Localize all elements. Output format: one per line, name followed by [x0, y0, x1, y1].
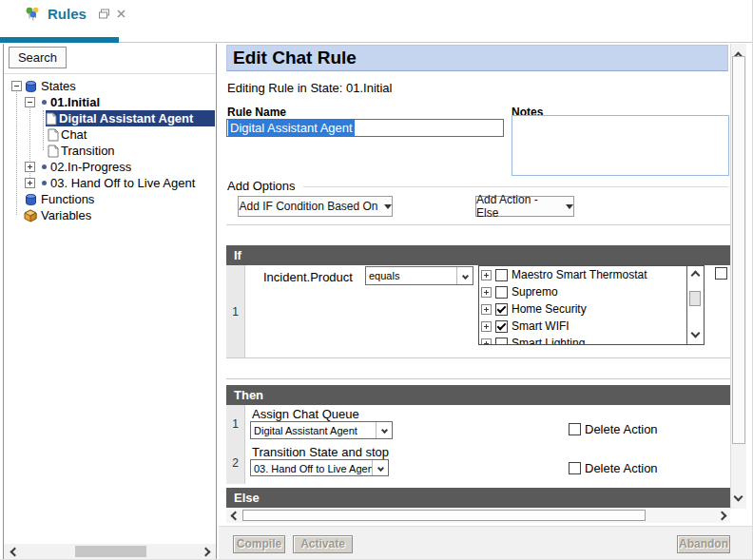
expand-icon[interactable]: [481, 321, 492, 332]
tab-bar: Rules: [0, 0, 753, 43]
product-checkbox[interactable]: [495, 338, 508, 346]
caret-down-icon: [384, 204, 392, 209]
sidebar-horizontal-scrollbar[interactable]: [4, 544, 216, 559]
tree-item-variables[interactable]: Variables: [4, 207, 215, 223]
tree-item-label: 01.Initial: [47, 95, 100, 109]
expand-icon[interactable]: [481, 287, 492, 298]
product-label: Maestro Smart Thermostat: [512, 268, 647, 281]
close-tab-icon[interactable]: [117, 10, 126, 18]
divider: [303, 186, 728, 187]
expand-icon[interactable]: [25, 178, 35, 188]
add-if-condition-label: Add IF Condition Based On: [239, 200, 377, 213]
main-horizontal-scrollbar[interactable]: [226, 509, 730, 523]
tree-item-label: Functions: [37, 192, 94, 206]
delete-action-checkbox[interactable]: [569, 462, 581, 474]
expand-icon[interactable]: [25, 162, 35, 172]
add-action-else-label: Add Action - Else: [476, 193, 560, 220]
scrollbar-thumb[interactable]: [242, 510, 646, 521]
expand-icon[interactable]: [481, 338, 492, 346]
tree-item-rule-digital-assistant[interactable]: Digital Assistant Agent: [4, 110, 215, 126]
scroll-right-arrow[interactable]: [715, 510, 728, 521]
database-icon: [25, 193, 37, 206]
tree-item-state-handoff[interactable]: 03. Hand Off to Live Agent: [4, 175, 215, 191]
condition-field-name: Incident.Product: [263, 270, 353, 284]
notes-textarea[interactable]: [512, 115, 729, 176]
collapse-icon[interactable]: [11, 81, 22, 91]
product-label: Supremo: [512, 285, 558, 299]
activate-button[interactable]: Activate: [293, 535, 353, 553]
chevron-down-icon[interactable]: [456, 267, 473, 284]
divider: [226, 224, 730, 225]
cube-icon: [24, 209, 37, 222]
scroll-down-arrow[interactable]: [688, 327, 702, 338]
rules-tree: States 01.Initial Digital Assistant Agen…: [4, 78, 215, 230]
tree-item-state-in-progress[interactable]: 02.In-Progress: [4, 159, 215, 175]
scroll-left-arrow[interactable]: [8, 546, 21, 557]
rule-page-icon: [46, 112, 57, 126]
rule-page-icon: [48, 128, 59, 142]
add-action-else-button[interactable]: Add Action - Else: [475, 196, 574, 217]
operator-select[interactable]: equals: [365, 266, 473, 285]
product-item[interactable]: Supremo: [479, 283, 704, 300]
scrollbar-thumb[interactable]: [75, 546, 146, 557]
product-item[interactable]: Home Security: [479, 300, 704, 318]
scrollbar-thumb[interactable]: [689, 291, 701, 306]
add-if-condition-button[interactable]: Add IF Condition Based On: [238, 196, 393, 217]
add-options-heading: Add Options: [227, 179, 728, 193]
product-checkbox[interactable]: [495, 320, 508, 333]
collapse-icon[interactable]: [25, 97, 35, 107]
listbox-scrollbar[interactable]: [686, 266, 704, 344]
chevron-down-icon[interactable]: [372, 460, 388, 475]
search-button[interactable]: Search: [9, 47, 67, 68]
rules-icon: [25, 6, 41, 22]
delete-action-control[interactable]: Delete Action: [569, 422, 658, 436]
rule-name-input[interactable]: Digital Assistant Agent: [226, 119, 504, 137]
edit-rule-panel: Edit Chat Rule Editing Rule in State: 01…: [219, 44, 753, 560]
transition-state-select[interactable]: 03. Hand Off to Live Agent: [250, 459, 389, 476]
product-checkbox[interactable]: [495, 303, 508, 316]
chevron-down-icon[interactable]: [376, 422, 392, 438]
abandon-button[interactable]: Abandon: [677, 535, 730, 553]
scroll-left-arrow[interactable]: [228, 510, 241, 521]
tree-item-rule-transition[interactable]: Transition: [4, 143, 215, 159]
tab-title: Rules: [48, 6, 87, 22]
scroll-right-arrow[interactable]: [199, 546, 212, 557]
scrollbar-thumb[interactable]: [732, 56, 745, 444]
tree-item-label: States: [37, 79, 76, 93]
expand-icon[interactable]: [481, 270, 492, 280]
divider: [226, 378, 730, 379]
delete-action-control[interactable]: Delete Action: [569, 461, 658, 475]
expand-icon[interactable]: [481, 304, 492, 315]
row-number: 2: [226, 442, 245, 484]
product-checkbox[interactable]: [495, 286, 508, 299]
selected-tree-row[interactable]: Digital Assistant Agent: [46, 110, 215, 126]
tree-guide: [43, 110, 44, 150]
then-section-header: Then: [226, 385, 731, 405]
product-item[interactable]: Smart WIFI: [479, 318, 704, 335]
divider: [226, 357, 730, 358]
main-vertical-scrollbar[interactable]: [730, 44, 746, 509]
scroll-up-arrow[interactable]: [688, 269, 702, 280]
navigation-panel: Search States 01.Initial: [3, 44, 217, 560]
tree-item-states[interactable]: States: [4, 78, 215, 94]
product-listbox[interactable]: Maestro Smart Thermostat Supremo Home Se…: [478, 265, 705, 345]
add-options-label: Add Options: [227, 179, 296, 193]
tree-item-rule-chat[interactable]: Chat: [4, 126, 215, 143]
compile-button[interactable]: Compile: [233, 535, 285, 553]
tab-rules[interactable]: Rules: [25, 6, 126, 22]
if-section-header: If: [226, 245, 731, 265]
delete-action-checkbox[interactable]: [569, 423, 581, 435]
operator-value: equals: [366, 267, 456, 284]
chat-queue-select[interactable]: Digital Assistant Agent: [250, 421, 393, 439]
page-title: Edit Chat Rule: [226, 45, 728, 71]
tree-item-state-initial[interactable]: 01.Initial: [4, 94, 215, 110]
selected-text: Digital Assistant Agent: [228, 120, 355, 136]
product-item[interactable]: Smart Lighting: [479, 335, 704, 345]
product-item[interactable]: Maestro Smart Thermostat: [479, 266, 704, 283]
action-label: Assign Chat Queue: [252, 407, 359, 421]
pin-window-icon[interactable]: [99, 9, 110, 19]
scroll-down-arrow[interactable]: [735, 489, 742, 503]
tree-item-functions[interactable]: Functions: [4, 191, 215, 207]
product-checkbox[interactable]: [495, 269, 508, 281]
delete-condition-checkbox[interactable]: [715, 267, 727, 280]
